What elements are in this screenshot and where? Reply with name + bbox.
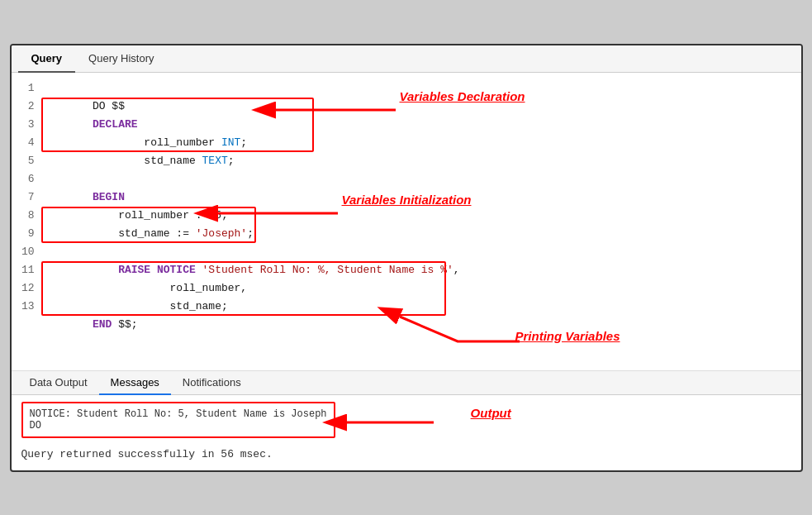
tab-query[interactable]: Query (18, 45, 76, 73)
code-line-6: BEGIN (41, 170, 801, 188)
bottom-tabs-bar: Data Output Messages Notifications (12, 370, 801, 395)
output-arrow (339, 410, 471, 435)
top-tabs-bar: Query Query History (12, 45, 801, 73)
tab-query-history[interactable]: Query History (75, 45, 167, 73)
output-area: NOTICE: Student Roll No: 5, Student Name… (12, 395, 801, 470)
tab-messages[interactable]: Messages (99, 371, 171, 395)
output-box: NOTICE: Student Roll No: 5, Student Name… (21, 402, 335, 438)
output-label: Output (471, 406, 511, 421)
main-container: Query Query History 1 2 3 4 5 6 7 8 9 10… (10, 44, 803, 472)
output-line-1: NOTICE: Student Roll No: 5, Student Name… (30, 408, 327, 420)
code-line-10: RAISE NOTICE 'Student Roll No: %, Studen… (41, 243, 801, 261)
output-box-wrapper: NOTICE: Student Roll No: 5, Student Name… (21, 402, 335, 445)
line-numbers: 1 2 3 4 5 6 7 8 9 10 11 12 13 (12, 79, 41, 364)
tab-data-output[interactable]: Data Output (18, 371, 99, 395)
code-line-1: DO $$ (41, 79, 801, 98)
code-content: DO $$ DECLARE roll_number INT; std_name … (41, 79, 801, 364)
output-line-2: DO (30, 420, 327, 432)
code-area: 1 2 3 4 5 6 7 8 9 10 11 12 13 DO $$ DECL… (12, 73, 801, 370)
code-line-7: roll_number := 5; (41, 188, 801, 207)
code-line-3: roll_number INT; (41, 116, 801, 134)
status-text: Query returned successfully in 56 msec. (21, 445, 791, 464)
tab-notifications[interactable]: Notifications (171, 371, 253, 395)
output-row: NOTICE: Student Roll No: 5, Student Name… (21, 402, 791, 445)
code-line-2: DECLARE (41, 98, 801, 116)
